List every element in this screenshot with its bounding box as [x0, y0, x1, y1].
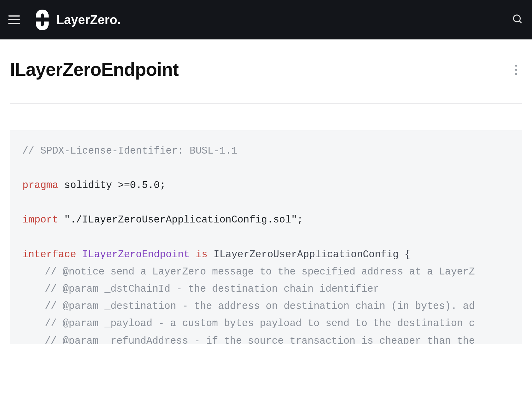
brand-name: LayerZero.: [57, 13, 121, 27]
svg-line-1: [519, 21, 522, 23]
brand[interactable]: LayerZero.: [34, 9, 121, 30]
code-comment: // SPDX-License-Identifier: BUSL-1.1: [22, 145, 237, 156]
code-text: solidity >=0.5.0;: [58, 180, 166, 191]
code-comment: // @param _dstChainId - the destination …: [22, 280, 379, 298]
page-body: ILayerZeroEndpoint 律动 // SPDX-License-Id…: [0, 39, 532, 344]
code-keyword: import: [22, 215, 58, 226]
more-options-icon[interactable]: [510, 63, 522, 76]
menu-icon[interactable]: [8, 13, 22, 27]
code-block: // SPDX-License-Identifier: BUSL-1.1 pra…: [10, 130, 522, 344]
code-keyword: pragma: [22, 180, 58, 191]
topbar: LayerZero.: [0, 0, 532, 39]
brand-logo-icon: [34, 9, 51, 30]
code-keyword: is: [196, 249, 208, 260]
code-keyword: interface: [22, 249, 76, 260]
title-row: ILayerZeroEndpoint: [10, 39, 522, 104]
code-string: "./ILayerZeroUserApplicationConfig.sol";: [58, 215, 303, 226]
code-type: ILayerZeroUserApplicationConfig {: [207, 249, 410, 260]
code-comment: // @param _payload - a custom bytes payl…: [22, 315, 475, 332]
search-icon[interactable]: [512, 13, 523, 26]
svg-point-0: [513, 15, 520, 22]
code-comment: // @notice send a LayerZero message to t…: [22, 263, 475, 280]
page-title: ILayerZeroEndpoint: [10, 59, 178, 80]
code-comment: // @param _destination - the address on …: [22, 298, 475, 315]
code-identifier: ILayerZeroEndpoint: [76, 249, 196, 260]
code-comment: // @param _refundAddress - if the source…: [22, 332, 475, 344]
